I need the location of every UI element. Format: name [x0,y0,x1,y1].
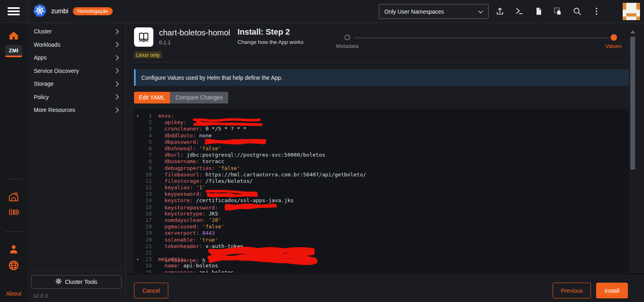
fold-toggle-icon[interactable]: ▾ [134,256,141,263]
fold-gutter [134,152,141,158]
hamburger-menu-icon[interactable] [8,7,20,17]
tab-compare-changes[interactable]: Compare Changes [170,92,229,103]
yaml-token-plain [218,205,221,211]
main-content: chart-boletos-homol 0.1.1 Install: Step … [126,23,644,302]
yaml-line[interactable]: 20 sslenable: 'true' [134,237,629,243]
yaml-line[interactable]: 25 namespace: api-boletos [134,269,629,273]
avatar-cell [623,17,626,20]
yaml-code: name: api-boletos [152,263,218,269]
yaml-line[interactable]: 6 dbshowsql: 'false' [134,145,629,152]
fold-toggle-icon[interactable]: ▾ [134,113,141,119]
download-kubeconfig-icon[interactable] [534,7,543,16]
topbar-actions [495,0,601,23]
yaml-line[interactable]: 19 serverport: 8443 [134,230,629,236]
yaml-token-key: tokenheader: [165,243,202,249]
yaml-code: dbpassword: [152,139,266,145]
yaml-line[interactable]: 9 debugproperties: 'false' [134,165,629,172]
yaml-token-plain [158,184,165,190]
yaml-code: dbusername: torracc [152,158,224,165]
fold-gutter [134,191,141,197]
users-icon[interactable] [0,244,27,254]
about-link[interactable]: About [0,290,27,297]
line-number: 24 [141,263,152,269]
os-badge: Linux only [134,52,162,58]
yaml-line[interactable]: 21 tokenheader: x-auth-token [134,243,629,250]
yaml-line[interactable]: 4 dbddlauto: none [134,132,629,139]
import-yaml-icon[interactable] [495,7,504,16]
yaml-token-key: croncleaner: [165,126,202,132]
fleet-icon[interactable] [0,208,27,217]
harvester-icon[interactable] [0,192,27,202]
cluster-tools-button[interactable]: Cluster Tools [31,275,122,289]
yaml-token-plain [158,243,165,249]
fold-gutter [134,223,141,230]
yaml-token-plain [158,158,165,164]
sidebar-item-cluster[interactable]: Cluster [27,25,126,38]
install-button[interactable]: Install [596,283,628,298]
copy-kubeconfig-icon[interactable] [553,7,562,16]
avatar[interactable] [623,3,640,20]
yaml-line[interactable]: 16 keystoretype: JKS [134,211,629,217]
yaml-line[interactable]: ▾1envs: [134,113,629,119]
home-icon[interactable] [0,31,27,40]
yaml-line[interactable]: 7 dburl: jdbc:postgresql://postgres-svc:… [134,152,629,158]
yaml-editor[interactable]: ▾1envs:2 apikey: 3 croncleaner: 0 */5 * … [134,109,629,273]
stepper-step-metadata[interactable] [345,35,350,40]
yaml-line[interactable]: 11 filestorage: /files/boletos/ [134,178,629,184]
line-number: 23 [141,256,152,263]
yaml-code: pgmaisused: 'false' [152,223,224,230]
rancher-app-install-page: zumbi Homologação Only User Namespaces [0,0,644,302]
avatar-cell [633,10,637,13]
stepper-step-values[interactable] [611,34,617,41]
fold-gutter [134,132,141,139]
yaml-line[interactable]: 3 croncleaner: 0 */5 * ? * * [134,126,629,132]
yaml-line[interactable]: 18 pgmaisused: 'false' [134,223,629,230]
yaml-line[interactable]: 14 keystore: /certificados/ssl-apps-java… [134,197,629,204]
cancel-button[interactable]: Cancel [134,283,168,298]
sidebar-item-label: Cluster [34,28,52,35]
yaml-token-str: 'false' [199,223,225,230]
yaml-line[interactable]: 17 numdaysclean: '20' [134,217,629,223]
kubectl-shell-icon[interactable] [515,7,524,16]
yaml-line[interactable]: 15 keystorepassword: [134,204,629,211]
yaml-line[interactable]: 10 filebaseurl: https://hml.cartaotorra.… [134,172,629,178]
sidebar-item-workloads[interactable]: Workloads [27,38,126,52]
info-banner-text: Configure Values used by Helm that help … [141,74,283,81]
previous-button[interactable]: Previous [553,283,591,298]
sidebar-item-apps[interactable]: Apps [27,51,126,64]
yaml-line[interactable]: 22 urlbaserpe: h [134,250,629,256]
cluster-shortcut-zmi[interactable]: ZMI [5,45,22,57]
yaml-line[interactable]: 5 dbpassword: [134,139,629,145]
yaml-line[interactable]: 24 name: api-boletos [134,263,629,269]
cluster-tools-label: Cluster Tools [65,279,97,285]
globe-icon[interactable] [0,260,27,271]
line-number: 12 [141,184,152,191]
yaml-code: serverport: 8443 [152,230,215,236]
scrollbar-up-arrow[interactable] [630,30,635,33]
yaml-line[interactable]: 2 apikey: [134,119,629,126]
yaml-token-key: dbshowsql: [165,145,196,151]
yaml-code: keypassword: [152,191,258,197]
kebab-menu-icon[interactable] [592,7,601,16]
sidebar-item-service-discovery[interactable]: Service Discovery [27,64,126,78]
yaml-code: keystorepassword: [152,204,277,211]
yaml-token-plain: api-boletos [196,269,234,273]
namespace-filter-select[interactable]: Only User Namespaces [379,4,489,19]
search-icon[interactable] [573,7,582,16]
yaml-token-plain: jdbc:postgresql://postgres-svc:50000/bol… [184,152,325,158]
stepper-connector [354,37,609,38]
sidebar-item-more-resources[interactable]: More Resources [27,103,126,117]
line-number: 14 [141,197,152,204]
yaml-token-plain [158,205,165,211]
sidebar-item-storage[interactable]: Storage [27,77,126,91]
line-number: 3 [141,126,152,132]
app-name: chart-boletos-homol [159,28,230,37]
tab-edit-yaml[interactable]: Edit YAML [134,92,170,103]
sidebar-item-policy[interactable]: Policy [27,91,126,104]
yaml-line[interactable]: 13 keypassword: [134,191,629,197]
cluster-brand[interactable]: zumbi Homologação [33,0,113,23]
yaml-token-str: '20' [205,217,221,223]
yaml-line[interactable]: 8 dbusername: torracc [134,158,629,165]
scrollbar-thumb[interactable] [630,37,635,170]
yaml-token-key: dbpassword: [165,139,199,145]
